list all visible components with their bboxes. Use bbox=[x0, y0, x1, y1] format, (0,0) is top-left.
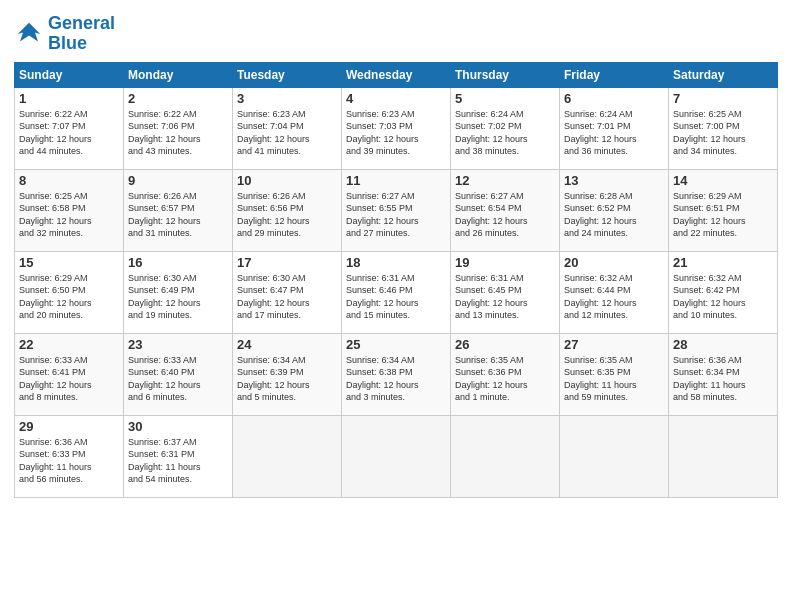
day-info: Sunrise: 6:30 AM Sunset: 6:49 PM Dayligh… bbox=[128, 272, 228, 322]
calendar-cell bbox=[669, 415, 778, 497]
day-number: 5 bbox=[455, 91, 555, 106]
day-info: Sunrise: 6:34 AM Sunset: 6:38 PM Dayligh… bbox=[346, 354, 446, 404]
day-number: 17 bbox=[237, 255, 337, 270]
day-number: 22 bbox=[19, 337, 119, 352]
calendar-header-thursday: Thursday bbox=[451, 62, 560, 87]
calendar-week-1: 1Sunrise: 6:22 AM Sunset: 7:07 PM Daylig… bbox=[15, 87, 778, 169]
day-number: 11 bbox=[346, 173, 446, 188]
calendar-cell: 5Sunrise: 6:24 AM Sunset: 7:02 PM Daylig… bbox=[451, 87, 560, 169]
calendar-cell: 4Sunrise: 6:23 AM Sunset: 7:03 PM Daylig… bbox=[342, 87, 451, 169]
calendar-week-4: 22Sunrise: 6:33 AM Sunset: 6:41 PM Dayli… bbox=[15, 333, 778, 415]
calendar-cell: 7Sunrise: 6:25 AM Sunset: 7:00 PM Daylig… bbox=[669, 87, 778, 169]
calendar-cell: 23Sunrise: 6:33 AM Sunset: 6:40 PM Dayli… bbox=[124, 333, 233, 415]
day-number: 2 bbox=[128, 91, 228, 106]
calendar-header-saturday: Saturday bbox=[669, 62, 778, 87]
day-number: 7 bbox=[673, 91, 773, 106]
day-info: Sunrise: 6:32 AM Sunset: 6:42 PM Dayligh… bbox=[673, 272, 773, 322]
day-info: Sunrise: 6:24 AM Sunset: 7:02 PM Dayligh… bbox=[455, 108, 555, 158]
day-number: 19 bbox=[455, 255, 555, 270]
day-number: 30 bbox=[128, 419, 228, 434]
calendar-header-friday: Friday bbox=[560, 62, 669, 87]
calendar-cell: 14Sunrise: 6:29 AM Sunset: 6:51 PM Dayli… bbox=[669, 169, 778, 251]
logo-text: General Blue bbox=[48, 14, 115, 54]
day-info: Sunrise: 6:22 AM Sunset: 7:07 PM Dayligh… bbox=[19, 108, 119, 158]
day-info: Sunrise: 6:29 AM Sunset: 6:51 PM Dayligh… bbox=[673, 190, 773, 240]
day-number: 14 bbox=[673, 173, 773, 188]
calendar-cell: 2Sunrise: 6:22 AM Sunset: 7:06 PM Daylig… bbox=[124, 87, 233, 169]
calendar-cell bbox=[342, 415, 451, 497]
day-info: Sunrise: 6:30 AM Sunset: 6:47 PM Dayligh… bbox=[237, 272, 337, 322]
calendar-cell: 13Sunrise: 6:28 AM Sunset: 6:52 PM Dayli… bbox=[560, 169, 669, 251]
day-number: 26 bbox=[455, 337, 555, 352]
calendar-cell bbox=[560, 415, 669, 497]
day-number: 9 bbox=[128, 173, 228, 188]
calendar-header-monday: Monday bbox=[124, 62, 233, 87]
calendar-cell bbox=[233, 415, 342, 497]
day-number: 21 bbox=[673, 255, 773, 270]
day-info: Sunrise: 6:35 AM Sunset: 6:35 PM Dayligh… bbox=[564, 354, 664, 404]
calendar-table: SundayMondayTuesdayWednesdayThursdayFrid… bbox=[14, 62, 778, 498]
day-number: 16 bbox=[128, 255, 228, 270]
day-info: Sunrise: 6:36 AM Sunset: 6:34 PM Dayligh… bbox=[673, 354, 773, 404]
calendar-cell: 30Sunrise: 6:37 AM Sunset: 6:31 PM Dayli… bbox=[124, 415, 233, 497]
day-number: 18 bbox=[346, 255, 446, 270]
day-info: Sunrise: 6:37 AM Sunset: 6:31 PM Dayligh… bbox=[128, 436, 228, 486]
calendar-cell: 26Sunrise: 6:35 AM Sunset: 6:36 PM Dayli… bbox=[451, 333, 560, 415]
calendar-cell: 18Sunrise: 6:31 AM Sunset: 6:46 PM Dayli… bbox=[342, 251, 451, 333]
day-number: 12 bbox=[455, 173, 555, 188]
day-info: Sunrise: 6:28 AM Sunset: 6:52 PM Dayligh… bbox=[564, 190, 664, 240]
calendar-cell: 17Sunrise: 6:30 AM Sunset: 6:47 PM Dayli… bbox=[233, 251, 342, 333]
calendar-header-row: SundayMondayTuesdayWednesdayThursdayFrid… bbox=[15, 62, 778, 87]
day-info: Sunrise: 6:25 AM Sunset: 6:58 PM Dayligh… bbox=[19, 190, 119, 240]
calendar-cell: 19Sunrise: 6:31 AM Sunset: 6:45 PM Dayli… bbox=[451, 251, 560, 333]
header: General Blue bbox=[14, 10, 778, 54]
day-info: Sunrise: 6:23 AM Sunset: 7:04 PM Dayligh… bbox=[237, 108, 337, 158]
calendar-cell: 15Sunrise: 6:29 AM Sunset: 6:50 PM Dayli… bbox=[15, 251, 124, 333]
calendar-cell: 28Sunrise: 6:36 AM Sunset: 6:34 PM Dayli… bbox=[669, 333, 778, 415]
calendar-cell: 1Sunrise: 6:22 AM Sunset: 7:07 PM Daylig… bbox=[15, 87, 124, 169]
day-number: 15 bbox=[19, 255, 119, 270]
day-info: Sunrise: 6:34 AM Sunset: 6:39 PM Dayligh… bbox=[237, 354, 337, 404]
calendar-cell: 12Sunrise: 6:27 AM Sunset: 6:54 PM Dayli… bbox=[451, 169, 560, 251]
calendar-cell: 6Sunrise: 6:24 AM Sunset: 7:01 PM Daylig… bbox=[560, 87, 669, 169]
day-info: Sunrise: 6:36 AM Sunset: 6:33 PM Dayligh… bbox=[19, 436, 119, 486]
day-number: 1 bbox=[19, 91, 119, 106]
day-number: 28 bbox=[673, 337, 773, 352]
page-container: General Blue SundayMondayTuesdayWednesda… bbox=[0, 0, 792, 508]
calendar-cell: 27Sunrise: 6:35 AM Sunset: 6:35 PM Dayli… bbox=[560, 333, 669, 415]
day-info: Sunrise: 6:26 AM Sunset: 6:57 PM Dayligh… bbox=[128, 190, 228, 240]
calendar-cell: 22Sunrise: 6:33 AM Sunset: 6:41 PM Dayli… bbox=[15, 333, 124, 415]
calendar-cell: 10Sunrise: 6:26 AM Sunset: 6:56 PM Dayli… bbox=[233, 169, 342, 251]
day-info: Sunrise: 6:35 AM Sunset: 6:36 PM Dayligh… bbox=[455, 354, 555, 404]
day-info: Sunrise: 6:29 AM Sunset: 6:50 PM Dayligh… bbox=[19, 272, 119, 322]
day-info: Sunrise: 6:24 AM Sunset: 7:01 PM Dayligh… bbox=[564, 108, 664, 158]
day-info: Sunrise: 6:22 AM Sunset: 7:06 PM Dayligh… bbox=[128, 108, 228, 158]
calendar-cell: 11Sunrise: 6:27 AM Sunset: 6:55 PM Dayli… bbox=[342, 169, 451, 251]
calendar-cell: 20Sunrise: 6:32 AM Sunset: 6:44 PM Dayli… bbox=[560, 251, 669, 333]
day-info: Sunrise: 6:27 AM Sunset: 6:55 PM Dayligh… bbox=[346, 190, 446, 240]
calendar-cell: 3Sunrise: 6:23 AM Sunset: 7:04 PM Daylig… bbox=[233, 87, 342, 169]
logo-icon bbox=[14, 19, 44, 49]
day-number: 4 bbox=[346, 91, 446, 106]
calendar-week-3: 15Sunrise: 6:29 AM Sunset: 6:50 PM Dayli… bbox=[15, 251, 778, 333]
calendar-cell: 24Sunrise: 6:34 AM Sunset: 6:39 PM Dayli… bbox=[233, 333, 342, 415]
day-info: Sunrise: 6:32 AM Sunset: 6:44 PM Dayligh… bbox=[564, 272, 664, 322]
calendar-cell: 25Sunrise: 6:34 AM Sunset: 6:38 PM Dayli… bbox=[342, 333, 451, 415]
day-number: 23 bbox=[128, 337, 228, 352]
calendar-header-wednesday: Wednesday bbox=[342, 62, 451, 87]
day-number: 10 bbox=[237, 173, 337, 188]
logo: General Blue bbox=[14, 10, 115, 54]
svg-marker-0 bbox=[18, 23, 41, 42]
calendar-cell: 9Sunrise: 6:26 AM Sunset: 6:57 PM Daylig… bbox=[124, 169, 233, 251]
day-info: Sunrise: 6:31 AM Sunset: 6:45 PM Dayligh… bbox=[455, 272, 555, 322]
day-info: Sunrise: 6:33 AM Sunset: 6:41 PM Dayligh… bbox=[19, 354, 119, 404]
day-info: Sunrise: 6:26 AM Sunset: 6:56 PM Dayligh… bbox=[237, 190, 337, 240]
calendar-cell: 29Sunrise: 6:36 AM Sunset: 6:33 PM Dayli… bbox=[15, 415, 124, 497]
calendar-header-sunday: Sunday bbox=[15, 62, 124, 87]
calendar-header-tuesday: Tuesday bbox=[233, 62, 342, 87]
day-info: Sunrise: 6:25 AM Sunset: 7:00 PM Dayligh… bbox=[673, 108, 773, 158]
day-info: Sunrise: 6:31 AM Sunset: 6:46 PM Dayligh… bbox=[346, 272, 446, 322]
day-number: 6 bbox=[564, 91, 664, 106]
day-info: Sunrise: 6:23 AM Sunset: 7:03 PM Dayligh… bbox=[346, 108, 446, 158]
calendar-cell: 8Sunrise: 6:25 AM Sunset: 6:58 PM Daylig… bbox=[15, 169, 124, 251]
